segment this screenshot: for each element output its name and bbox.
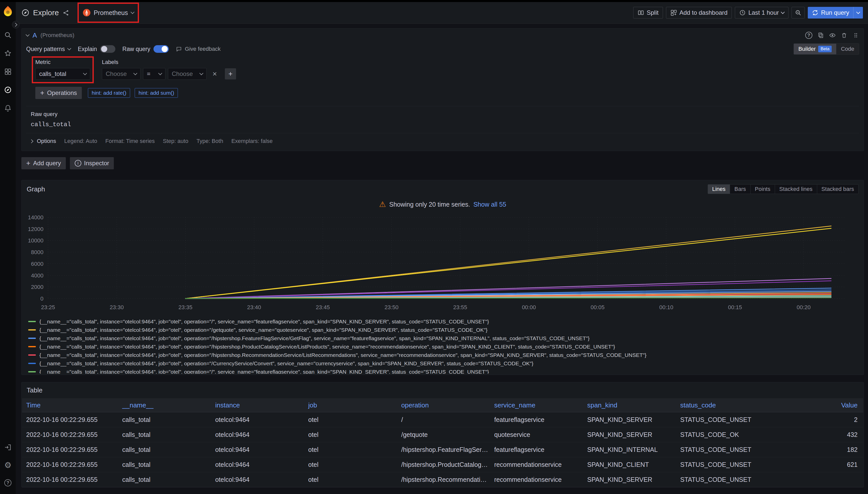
- graph-mode-group: LinesBarsPointsStacked linesStacked bars: [708, 184, 858, 194]
- graph-mode-lines[interactable]: Lines: [708, 184, 730, 194]
- column-header-value[interactable]: Value: [769, 401, 863, 409]
- column-header-__name__[interactable]: __name__: [118, 401, 211, 409]
- explore-compass-icon[interactable]: [4, 86, 12, 94]
- column-header-service_name[interactable]: service_name: [490, 401, 583, 409]
- zoom-out-button[interactable]: [792, 7, 805, 19]
- settings-gear-icon[interactable]: ⚙: [4, 461, 12, 469]
- graph-mode-bars[interactable]: Bars: [730, 184, 751, 194]
- hint-button[interactable]: hint: add rate(): [88, 88, 130, 98]
- legend-item[interactable]: {__name__="calls_total", instance="otelc…: [28, 351, 858, 359]
- legend-item[interactable]: {__name__="calls_total", instance="otelc…: [28, 334, 858, 342]
- legend-color-swatch: [28, 338, 36, 339]
- explain-toggle[interactable]: [100, 45, 115, 53]
- operations-button[interactable]: + Operations: [35, 87, 82, 99]
- table-cell: otel: [304, 446, 397, 453]
- query-help-icon[interactable]: ?: [805, 32, 812, 39]
- svg-text:23:35: 23:35: [178, 304, 192, 310]
- sidebar: ⚙ ?: [0, 2, 16, 494]
- sidebar-bottom-nav: ⚙ ?: [4, 443, 12, 494]
- options-label[interactable]: Options: [37, 138, 56, 145]
- table-row: 2022-10-16 00:22:29.655calls_totalotelco…: [22, 427, 863, 442]
- column-header-instance[interactable]: instance: [211, 401, 304, 409]
- legend-item[interactable]: {__name__="calls_total", instance="otelc…: [28, 367, 858, 374]
- legend-item[interactable]: {__name__="calls_total", instance="otelc…: [28, 342, 858, 351]
- add-to-dashboard-icon: [670, 10, 677, 16]
- inspector-label: Inspector: [84, 160, 109, 167]
- show-all-link[interactable]: Show all 55: [473, 201, 506, 208]
- table-cell: /hipstershop.ProductCatalogService/ListP…: [397, 461, 490, 468]
- search-icon[interactable]: [4, 31, 12, 39]
- metric-select[interactable]: calls_total: [35, 68, 90, 80]
- labels-label: Labels: [102, 59, 236, 65]
- datasource-picker[interactable]: Prometheus: [79, 6, 137, 19]
- grafana-logo[interactable]: [2, 5, 14, 17]
- raw-query-toggle[interactable]: [153, 45, 169, 53]
- graph-mode-stacked-bars[interactable]: Stacked bars: [817, 184, 858, 194]
- split-icon: [637, 10, 644, 16]
- table-cell: otelcol:9464: [211, 446, 304, 453]
- table-cell: 2022-10-16 00:22:29.655: [22, 431, 118, 438]
- metric-field: Metric calls_total: [35, 59, 90, 80]
- svg-text:00:00: 00:00: [522, 304, 536, 310]
- label-key-select[interactable]: Choose: [102, 68, 141, 80]
- explore-content: A (Prometheus) ? Query patterns: [16, 24, 868, 494]
- inspector-button[interactable]: i Inspector: [70, 157, 114, 169]
- expand-sidebar-button[interactable]: [12, 21, 20, 28]
- legend-item[interactable]: {__name__="calls_total", instance="otelc…: [28, 326, 858, 334]
- alerting-bell-icon[interactable]: [4, 104, 12, 112]
- time-range-picker[interactable]: Last 1 hour: [735, 7, 789, 19]
- drag-handle-icon[interactable]: [852, 32, 859, 39]
- run-query-button[interactable]: Run query: [808, 7, 863, 19]
- dashboards-icon[interactable]: [4, 68, 12, 76]
- raw-query-text: calls_total: [31, 121, 71, 128]
- table-cell: SPAN_KIND_INTERNAL: [583, 446, 676, 453]
- table-cell: 2: [769, 416, 863, 423]
- give-feedback-button[interactable]: Give feedback: [176, 46, 221, 52]
- code-mode-tab[interactable]: Code: [836, 44, 859, 54]
- graph-mode-stacked-lines[interactable]: Stacked lines: [775, 184, 817, 194]
- starred-icon[interactable]: [4, 49, 12, 57]
- options-chevron-icon[interactable]: [30, 139, 34, 143]
- table-panel: Table Time__name__instancejoboperationse…: [21, 382, 864, 488]
- table-cell: calls_total: [118, 446, 211, 453]
- column-header-job[interactable]: job: [304, 401, 397, 409]
- time-series-chart[interactable]: 0200040006000800010000120001400023:2523:…: [27, 214, 848, 314]
- label-operator-select[interactable]: =: [143, 68, 165, 80]
- table-cell: STATUS_CODE_UNSET: [676, 461, 769, 468]
- label-value-select[interactable]: Choose: [168, 68, 206, 80]
- svg-text:23:50: 23:50: [384, 304, 398, 310]
- column-header-span_kind[interactable]: span_kind: [583, 401, 676, 409]
- builder-mode-tab[interactable]: Builder Beta: [794, 44, 836, 54]
- delete-query-trash-icon[interactable]: [841, 32, 847, 39]
- run-query-dropdown[interactable]: [853, 7, 863, 19]
- table-cell: 2022-10-16 00:22:29.655: [22, 446, 118, 453]
- table-cell: SPAN_KIND_SERVER: [583, 416, 676, 423]
- query-ref-id[interactable]: A: [33, 32, 37, 39]
- column-header-operation[interactable]: operation: [397, 401, 490, 409]
- add-label-button[interactable]: +: [225, 68, 236, 79]
- hint-button[interactable]: hint: add sum(): [135, 88, 178, 98]
- add-to-dashboard-button[interactable]: Add to dashboard: [666, 7, 732, 19]
- split-button[interactable]: Split: [633, 7, 663, 19]
- time-range-label: Last 1 hour: [748, 9, 779, 16]
- column-header-status_code[interactable]: status_code: [676, 401, 769, 409]
- legend-item[interactable]: {__name__="calls_total", instance="otelc…: [28, 359, 858, 367]
- legend-color-swatch: [28, 363, 36, 364]
- help-icon[interactable]: ?: [4, 479, 12, 487]
- hide-query-eye-icon[interactable]: [829, 32, 836, 39]
- sign-in-icon[interactable]: [4, 443, 12, 451]
- legend-item[interactable]: {__name__="calls_total", instance="otelc…: [28, 317, 858, 326]
- add-query-button[interactable]: + Add query: [21, 157, 66, 169]
- legend-label: {__name__="calls_total", instance="otelc…: [39, 344, 615, 350]
- column-header-time[interactable]: Time: [22, 401, 118, 409]
- table-cell: otel: [304, 416, 397, 423]
- table-cell: 2022-10-16 00:22:29.655: [22, 416, 118, 423]
- remove-label-button[interactable]: ×: [209, 68, 220, 79]
- graph-mode-points[interactable]: Points: [751, 184, 775, 194]
- share-icon[interactable]: [62, 10, 69, 16]
- duplicate-query-icon[interactable]: [817, 32, 824, 39]
- table-row: 2022-10-16 00:22:29.655calls_totalotelco…: [22, 457, 863, 472]
- query-patterns-dropdown[interactable]: Query patterns: [26, 46, 71, 53]
- collapse-query-chevron-icon[interactable]: [26, 33, 30, 37]
- plus-icon: +: [26, 160, 30, 167]
